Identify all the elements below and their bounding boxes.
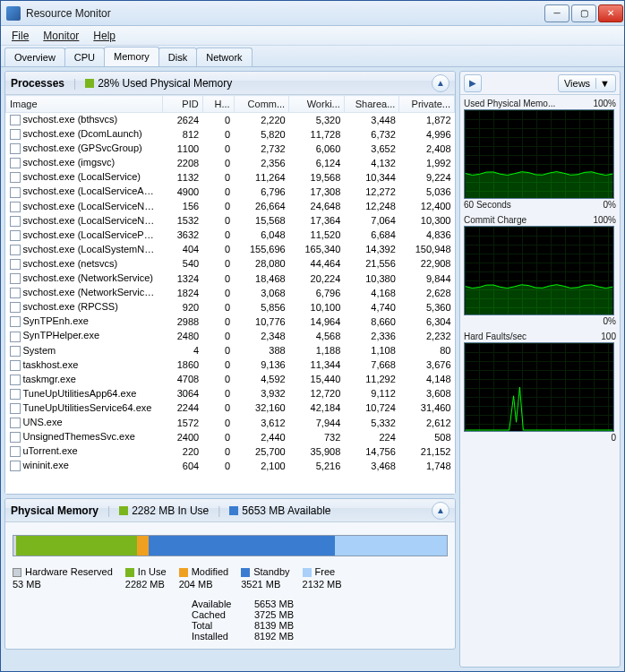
col-header[interactable]: Private... [399, 96, 455, 113]
views-label: Views [564, 78, 590, 89]
collapse-button[interactable]: ▲ [432, 74, 449, 92]
collapse-button[interactable]: ▲ [432, 502, 449, 520]
tab-network[interactable]: Network [196, 47, 252, 66]
table-row[interactable]: svchost.exe (bthsvcs)262402,2205,3203,44… [6, 113, 455, 127]
main-window: Resource Monitor ─ ▢ ✕ File Monitor Help… [0, 0, 625, 672]
chart-foot-r: 0% [604, 316, 616, 326]
menu-file[interactable]: File [4, 28, 36, 44]
row-checkbox[interactable] [10, 302, 21, 313]
inuse-square-icon [119, 506, 128, 515]
col-header[interactable]: Sharea... [344, 96, 399, 113]
table-row[interactable]: wininit.exe60402,1005,2163,4681,748 [6, 459, 455, 473]
table-row[interactable]: uTorrent.exe220025,70035,90814,75621,152 [6, 444, 455, 459]
table-row[interactable]: svchost.exe (netsvcs)540028,08044,46421,… [6, 256, 455, 271]
menu-file-label: File [12, 30, 29, 42]
table-row[interactable]: svchost.exe (RPCSS)92005,85610,1004,7405… [6, 300, 455, 314]
menu-monitor[interactable]: Monitor [36, 28, 86, 44]
processes-header[interactable]: Processes | 28% Used Physical Memory ▲ [5, 72, 455, 95]
menu-help[interactable]: Help [86, 28, 123, 44]
col-header[interactable]: Worki... [289, 96, 345, 113]
legend-hw-val: 53 MB [13, 578, 113, 590]
row-checkbox[interactable] [10, 332, 21, 342]
row-checkbox[interactable] [10, 360, 21, 371]
table-row[interactable]: TuneUpUtilitiesApp64.exe306403,93212,720… [6, 386, 455, 401]
right-header: ▶ Views ▼ [460, 72, 620, 95]
legend-hw-label: Hardware Reserved [25, 566, 113, 577]
table-row[interactable]: svchost.exe (NetworkService)1324018,4682… [6, 271, 455, 286]
right-panel: ▶ Views ▼ Used Physical Memo...100%60 Se… [459, 71, 621, 668]
col-header[interactable]: H... [202, 96, 234, 113]
table-row[interactable]: System403881,1881,10880 [6, 343, 455, 358]
row-checkbox[interactable] [10, 389, 21, 400]
table-row[interactable]: taskhost.exe186009,13611,3447,6683,676 [6, 358, 455, 372]
svg-marker-1 [466, 285, 613, 314]
chart-title: Commit Charge [464, 215, 527, 225]
table-row[interactable]: svchost.exe (DcomLaunch)81205,82011,7286… [6, 127, 455, 142]
row-checkbox[interactable] [10, 187, 21, 198]
title-bar[interactable]: Resource Monitor ─ ▢ ✕ [1, 1, 624, 26]
row-checkbox[interactable] [10, 273, 21, 284]
table-row[interactable]: svchost.exe (LocalService)1132011,26419,… [6, 170, 455, 185]
chart-box: Used Physical Memo...100%60 Seconds0% [464, 99, 616, 210]
row-checkbox[interactable] [10, 288, 21, 298]
maximize-button[interactable]: ▢ [571, 4, 596, 22]
row-checkbox[interactable] [10, 172, 21, 183]
tab-overview[interactable]: Overview [4, 47, 65, 66]
close-button[interactable]: ✕ [598, 4, 623, 22]
table-row[interactable]: svchost.exe (NetworkServiceNetw...182403… [6, 286, 455, 300]
table-row[interactable]: svchost.exe (LocalServiceNetwork...15602… [6, 199, 455, 213]
table-row[interactable]: taskmgr.exe470804,59215,44011,2924,148 [6, 372, 455, 386]
table-row[interactable]: svchost.exe (LocalServiceNoNetw...153201… [6, 213, 455, 228]
physmem-header[interactable]: Physical Memory | 2282 MB In Use | 5653 … [5, 499, 455, 522]
processes-table-wrap[interactable]: ImagePIDH...Comm...Worki...Sharea...Priv… [5, 95, 455, 494]
col-header[interactable]: Image [6, 96, 163, 113]
row-checkbox[interactable] [10, 375, 21, 385]
row-checkbox[interactable] [10, 418, 21, 428]
row-checkbox[interactable] [10, 403, 21, 414]
table-row[interactable]: svchost.exe (LocalSystemNetwork...404015… [6, 242, 455, 256]
tab-disk[interactable]: Disk [158, 47, 197, 66]
stat-total-k: Total [192, 620, 254, 631]
collapse-right-button[interactable]: ▶ [464, 74, 482, 92]
chart-foot-l: 60 Seconds [464, 200, 511, 210]
row-checkbox[interactable] [10, 129, 21, 140]
stat-cached-v: 3725 MB [254, 609, 294, 620]
row-checkbox[interactable] [10, 216, 21, 227]
row-checkbox[interactable] [10, 461, 21, 471]
table-row[interactable]: SynTPEnh.exe2988010,77614,9648,6606,304 [6, 314, 455, 329]
row-checkbox[interactable] [10, 202, 21, 212]
row-checkbox[interactable] [10, 230, 21, 241]
col-header[interactable]: PID [162, 96, 202, 113]
tab-memory[interactable]: Memory [104, 47, 159, 66]
row-checkbox[interactable] [10, 115, 21, 125]
table-row[interactable]: TuneUpUtilitiesService64.exe2244032,1604… [6, 401, 455, 415]
row-checkbox[interactable] [10, 259, 21, 270]
row-checkbox[interactable] [10, 143, 21, 154]
row-checkbox[interactable] [10, 245, 21, 255]
physmem-title: Physical Memory [11, 504, 98, 517]
tab-cpu[interactable]: CPU [64, 47, 105, 66]
avail-square-icon [229, 506, 238, 515]
table-row[interactable]: UnsignedThemesSvc.exe240002,440732224508 [6, 430, 455, 444]
row-checkbox[interactable] [10, 158, 21, 168]
views-button[interactable]: Views ▼ [558, 74, 616, 92]
row-checkbox[interactable] [10, 446, 21, 457]
tab-bar: OverviewCPUMemoryDiskNetwork [1, 46, 624, 67]
minimize-button[interactable]: ─ [544, 4, 569, 22]
legend-stby-val: 3521 MB [241, 578, 289, 590]
chart-max: 100% [593, 215, 616, 225]
table-row[interactable]: svchost.exe (LocalServicePeerNet)363206,… [6, 228, 455, 242]
row-checkbox[interactable] [10, 316, 21, 327]
membar-segment [16, 536, 138, 556]
table-row[interactable]: svchost.exe (LocalServiceAndNoI...490006… [6, 185, 455, 199]
table-row[interactable]: svchost.exe (imgsvc)220802,3566,1244,132… [6, 156, 455, 170]
chart-box: Hard Faults/sec1000 [464, 332, 616, 443]
table-row[interactable]: svchost.exe (GPSvcGroup)110002,7326,0603… [6, 142, 455, 156]
processes-panel: Processes | 28% Used Physical Memory ▲ I… [4, 71, 456, 495]
col-header[interactable]: Comm... [234, 96, 289, 113]
table-row[interactable]: UNS.exe157203,6127,9445,3322,612 [6, 415, 455, 429]
membar-segment [149, 536, 335, 556]
table-row[interactable]: SynTPHelper.exe248002,3484,5682,3362,232 [6, 329, 455, 343]
row-checkbox[interactable] [10, 346, 21, 357]
row-checkbox[interactable] [10, 432, 21, 443]
